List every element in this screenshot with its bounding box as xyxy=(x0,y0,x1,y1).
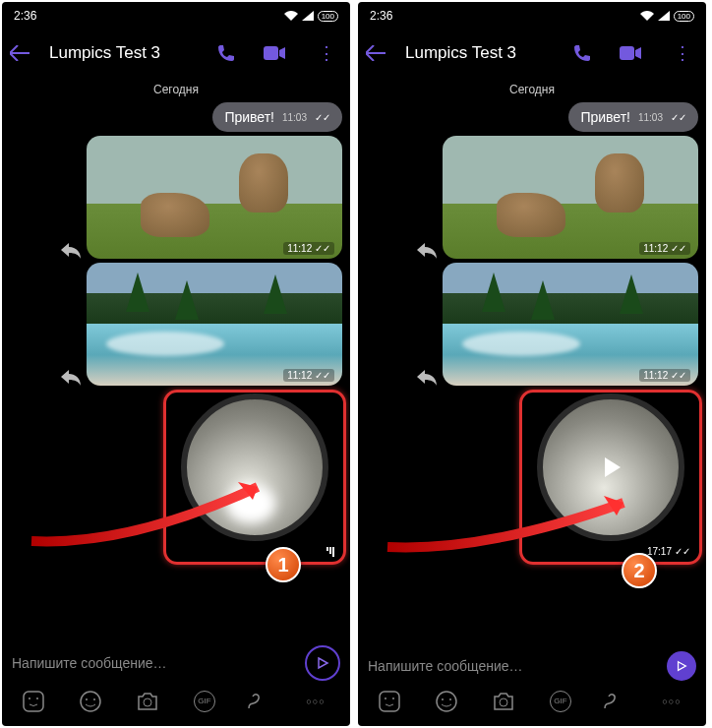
tutorial-step-marker: 1 xyxy=(266,547,301,582)
video-upload-status xyxy=(326,547,334,557)
video-message-ready[interactable]: 17:17 ✓✓ xyxy=(523,394,698,561)
date-divider: Сегодня xyxy=(366,77,698,102)
gif-icon[interactable]: GIF xyxy=(194,691,215,712)
more-options-button[interactable]: ⋮ xyxy=(667,42,698,64)
chat-header: Lumpics Test 3 ⋮ xyxy=(2,30,350,77)
share-icon[interactable] xyxy=(417,243,437,259)
phone-screen-right: 2:36 100 Lumpics Test 3 ⋮ Сегодня Привет… xyxy=(358,2,706,726)
svg-point-5 xyxy=(86,698,88,700)
battery-icon: 100 xyxy=(318,11,338,22)
wifi-icon xyxy=(284,11,298,21)
status-time: 2:36 xyxy=(14,9,36,23)
svg-point-6 xyxy=(93,698,95,700)
share-icon[interactable] xyxy=(61,243,81,259)
svg-point-7 xyxy=(144,698,151,706)
uploading-icon xyxy=(326,547,334,557)
svg-point-3 xyxy=(36,698,38,699)
sticker-icon[interactable] xyxy=(23,691,50,712)
message-row-image: 11:12 ✓✓ xyxy=(366,136,698,259)
attachment-bar: GIF ○○○ xyxy=(358,683,706,726)
message-input[interactable]: Напишите сообщение… xyxy=(368,658,659,674)
battery-icon: 100 xyxy=(674,11,694,22)
message-row-image: 11:12 ✓✓ xyxy=(10,263,342,386)
share-icon[interactable] xyxy=(417,370,437,386)
chat-title[interactable]: Lumpics Test 3 xyxy=(49,43,201,63)
more-attachments-icon[interactable]: ○○○ xyxy=(302,697,329,706)
video-bubble[interactable] xyxy=(181,394,328,541)
composer-bar: Напишите сообщение… xyxy=(358,645,706,683)
chat-header: Lumpics Test 3 ⋮ xyxy=(358,30,706,77)
read-receipt-icon: ✓✓ xyxy=(671,112,686,123)
doodle-icon[interactable] xyxy=(245,691,272,712)
tutorial-step-marker: 2 xyxy=(622,553,657,588)
chat-title[interactable]: Lumpics Test 3 xyxy=(405,43,557,63)
sticker-icon[interactable] xyxy=(379,691,406,712)
video-call-button[interactable] xyxy=(264,46,295,60)
svg-point-14 xyxy=(449,698,451,700)
video-bubble[interactable] xyxy=(537,394,684,541)
image-message-groundhogs[interactable]: 11:12 ✓✓ xyxy=(443,136,698,259)
send-video-button[interactable] xyxy=(305,645,340,681)
composer-bar: Напишите сообщение… xyxy=(2,639,350,683)
message-row-image: 11:12 ✓✓ xyxy=(366,263,698,386)
voice-call-button[interactable] xyxy=(572,43,604,63)
message-text: Привет! xyxy=(580,109,630,125)
message-time: 11:03 xyxy=(638,112,663,123)
svg-point-4 xyxy=(81,692,100,711)
messages-area[interactable]: Сегодня Привет! 11:03 ✓✓ 11:12 ✓✓ xyxy=(2,77,350,639)
svg-point-13 xyxy=(442,698,444,700)
video-message-uploading[interactable] xyxy=(167,394,342,561)
svg-rect-8 xyxy=(620,46,634,60)
message-bubble[interactable]: Привет! 11:03 ✓✓ xyxy=(212,102,342,132)
doodle-icon[interactable] xyxy=(601,691,628,712)
message-input[interactable]: Напишите сообщение… xyxy=(12,655,297,671)
smile-icon[interactable] xyxy=(80,691,107,712)
read-receipt-icon: ✓✓ xyxy=(675,546,690,557)
voice-call-button[interactable] xyxy=(216,43,248,63)
svg-rect-1 xyxy=(24,692,43,711)
gif-icon[interactable]: GIF xyxy=(550,691,571,712)
phone-screen-left: 2:36 100 Lumpics Test 3 ⋮ Сегодня Привет xyxy=(2,2,350,726)
smile-icon[interactable] xyxy=(436,691,463,712)
more-attachments-icon[interactable]: ○○○ xyxy=(658,697,685,706)
svg-point-12 xyxy=(437,692,456,711)
play-icon xyxy=(605,457,621,477)
camera-icon[interactable] xyxy=(137,692,164,711)
svg-point-2 xyxy=(29,698,30,699)
signal-icon xyxy=(658,11,670,21)
read-receipt-icon: ✓✓ xyxy=(315,112,330,123)
back-button[interactable] xyxy=(366,45,389,61)
status-icons: 100 xyxy=(284,11,338,22)
image-message-groundhogs[interactable]: 11:12 ✓✓ xyxy=(87,136,342,259)
status-bar: 2:36 100 xyxy=(2,2,350,30)
svg-point-10 xyxy=(385,698,386,699)
date-divider: Сегодня xyxy=(10,77,342,102)
wifi-icon xyxy=(640,11,654,21)
image-message-river[interactable]: 11:12 ✓✓ xyxy=(443,263,698,386)
status-time: 2:36 xyxy=(370,9,392,23)
image-message-river[interactable]: 11:12 ✓✓ xyxy=(87,263,342,386)
message-row-text: Привет! 11:03 ✓✓ xyxy=(366,102,698,132)
message-bubble[interactable]: Привет! 11:03 ✓✓ xyxy=(568,102,698,132)
messages-area[interactable]: Сегодня Привет! 11:03 ✓✓ 11:12 ✓✓ 11:12 … xyxy=(358,77,706,645)
message-row-image: 11:12 ✓✓ xyxy=(10,136,342,259)
back-button[interactable] xyxy=(10,45,33,61)
svg-rect-9 xyxy=(380,692,399,711)
message-row-text: Привет! 11:03 ✓✓ xyxy=(10,102,342,132)
more-options-button[interactable]: ⋮ xyxy=(311,42,342,64)
status-icons: 100 xyxy=(640,11,694,22)
message-text: Привет! xyxy=(224,109,274,125)
svg-rect-0 xyxy=(264,46,278,60)
send-video-button[interactable] xyxy=(667,651,696,681)
svg-point-15 xyxy=(500,698,507,706)
share-icon[interactable] xyxy=(61,370,81,386)
signal-icon xyxy=(302,11,314,21)
status-bar: 2:36 100 xyxy=(358,2,706,30)
video-call-button[interactable] xyxy=(620,46,651,60)
camera-icon[interactable] xyxy=(493,692,520,711)
attachment-bar: GIF ○○○ xyxy=(2,683,350,726)
video-time-status: 17:17 ✓✓ xyxy=(647,546,690,557)
message-time: 11:03 xyxy=(282,112,307,123)
svg-point-11 xyxy=(392,698,394,699)
